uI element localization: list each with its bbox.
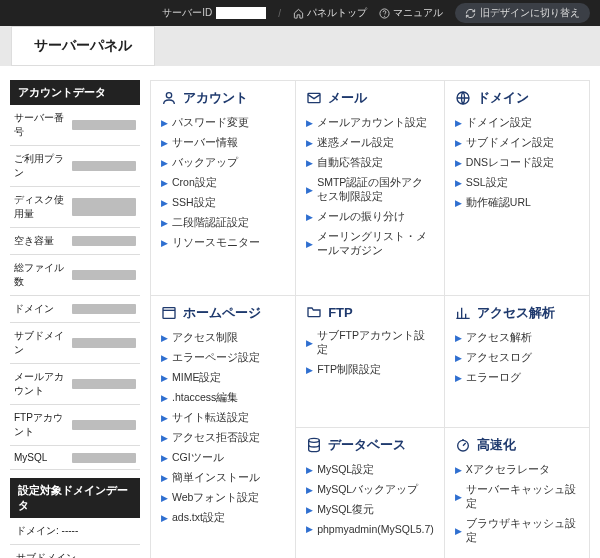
panel-link[interactable]: ▶.htaccess編集 (161, 388, 285, 408)
panel-title: アクセス解析 (477, 304, 555, 322)
panel-link[interactable]: ▶SSH設定 (161, 193, 285, 213)
panel-link[interactable]: ▶FTP制限設定 (306, 360, 434, 380)
panel-link[interactable]: ▶アクセス解析 (455, 328, 579, 348)
chevron-right-icon: ▶ (306, 505, 313, 515)
panel-link[interactable]: ▶ブラウザキャッシュ設定 (455, 514, 579, 548)
chevron-right-icon: ▶ (455, 138, 462, 148)
panel-link[interactable]: ▶アクセス制限 (161, 328, 285, 348)
chevron-right-icon: ▶ (161, 238, 168, 248)
panel-link[interactable]: ▶ads.txt設定 (161, 508, 285, 528)
chevron-right-icon: ▶ (161, 413, 168, 423)
chevron-right-icon: ▶ (306, 118, 313, 128)
main-panels: アカウント ▶パスワード変更▶サーバー情報▶バックアップ▶Cron設定▶SSH設… (150, 80, 590, 558)
table-row: サブドメイン (10, 323, 140, 364)
panel-list: ▶ドメイン設定▶サブドメイン設定▶DNSレコード設定▶SSL設定▶動作確認URL (455, 113, 579, 213)
manual-link[interactable]: マニュアル (379, 6, 443, 20)
panel-link[interactable]: ▶メーリングリスト・メールマガジン (306, 227, 434, 261)
panel-link[interactable]: ▶サーバー情報 (161, 133, 285, 153)
panel-link[interactable]: ▶迷惑メール設定 (306, 133, 434, 153)
server-id: サーバーID (162, 6, 266, 20)
row-label: ご利用プラン (10, 146, 68, 187)
speed-icon (455, 437, 471, 453)
panel-link[interactable]: ▶ドメイン設定 (455, 113, 579, 133)
panel-list: ▶メールアカウント設定▶迷惑メール設定▶自動応答設定▶SMTP認証の国外アクセス… (306, 113, 434, 261)
panel-link-label: ブラウザキャッシュ設定 (466, 517, 579, 545)
chevron-right-icon: ▶ (455, 465, 462, 475)
topbar: サーバーID / パネルトップ マニュアル 旧デザインに切り替え (0, 0, 600, 26)
panel-link[interactable]: ▶メールアカウント設定 (306, 113, 434, 133)
chevron-right-icon: ▶ (161, 513, 168, 523)
table-row: MySQL (10, 446, 140, 470)
masked-value (72, 270, 136, 280)
row-label: サーバー番号 (10, 105, 68, 146)
panel-link[interactable]: ▶phpmyadmin(MySQL5.7) (306, 520, 434, 538)
panel-link[interactable]: ▶自動応答設定 (306, 153, 434, 173)
table-row: 総ファイル数 (10, 255, 140, 296)
panel-link-label: エラーページ設定 (172, 351, 260, 365)
panel-link-label: 動作確認URL (466, 196, 531, 210)
chevron-right-icon: ▶ (455, 198, 462, 208)
panel-link[interactable]: ▶Cron設定 (161, 173, 285, 193)
panel-link-label: FTP制限設定 (317, 363, 381, 377)
row-label: 空き容量 (10, 228, 68, 255)
masked-value (72, 304, 136, 314)
database-icon (306, 437, 322, 453)
panel-link[interactable]: ▶サーバーキャッシュ設定 (455, 480, 579, 514)
chevron-right-icon: ▶ (455, 373, 462, 383)
panel-link[interactable]: ▶アクセスログ (455, 348, 579, 368)
panel-link[interactable]: ▶Xアクセラレータ (455, 460, 579, 480)
panel-link[interactable]: ▶MIME設定 (161, 368, 285, 388)
panel-link-label: SMTP認証の国外アクセス制限設定 (317, 176, 434, 204)
masked-value (72, 120, 136, 130)
panel-link[interactable]: ▶エラーログ (455, 368, 579, 388)
panel-link[interactable]: ▶MySQLバックアップ (306, 480, 434, 500)
panel-link[interactable]: ▶サブFTPアカウント設定 (306, 326, 434, 360)
masked-value (72, 453, 136, 463)
sidebar-heading-account: アカウントデータ (10, 80, 140, 105)
panel-link[interactable]: ▶サイト転送設定 (161, 408, 285, 428)
panel-link[interactable]: ▶MySQL復元 (306, 500, 434, 520)
panel-list: ▶アクセス制限▶エラーページ設定▶MIME設定▶.htaccess編集▶サイト転… (161, 328, 285, 528)
chevron-right-icon: ▶ (161, 493, 168, 503)
chevron-right-icon: ▶ (455, 118, 462, 128)
masked-value (72, 379, 136, 389)
panel-link[interactable]: ▶アクセス拒否設定 (161, 428, 285, 448)
panel-link-label: MySQL復元 (317, 503, 374, 517)
panel-link[interactable]: ▶SMTP認証の国外アクセス制限設定 (306, 173, 434, 207)
panel-link-label: MySQL設定 (317, 463, 374, 477)
panel-link[interactable]: ▶簡単インストール (161, 468, 285, 488)
panel-link[interactable]: ▶サブドメイン設定 (455, 133, 579, 153)
panel-top-link[interactable]: パネルトップ (293, 6, 367, 20)
panel-link[interactable]: ▶バックアップ (161, 153, 285, 173)
panel-link-label: DNSレコード設定 (466, 156, 554, 170)
panel-link-label: .htaccess編集 (172, 391, 238, 405)
chevron-right-icon: ▶ (161, 118, 168, 128)
chevron-right-icon: ▶ (161, 433, 168, 443)
chevron-right-icon: ▶ (306, 158, 313, 168)
chart-icon (455, 305, 471, 321)
chevron-right-icon: ▶ (306, 239, 313, 249)
panel-link[interactable]: ▶MySQL設定 (306, 460, 434, 480)
panel-link[interactable]: ▶CGIツール (161, 448, 285, 468)
panel-link[interactable]: ▶パスワード変更 (161, 113, 285, 133)
chevron-right-icon: ▶ (161, 353, 168, 363)
panel-link[interactable]: ▶メールの振り分け (306, 207, 434, 227)
panel-link[interactable]: ▶DNSレコード設定 (455, 153, 579, 173)
panel-link-label: メーリングリスト・メールマガジン (317, 230, 434, 258)
panel-link[interactable]: ▶エラーページ設定 (161, 348, 285, 368)
sidebar-heading-target-data: 設定対象ドメインデータ (10, 478, 140, 518)
switch-design-button[interactable]: 旧デザインに切り替え (455, 3, 590, 23)
chevron-right-icon: ▶ (306, 465, 313, 475)
chevron-right-icon: ▶ (306, 365, 313, 375)
table-row: メールアカウント (10, 364, 140, 405)
panel-link-label: リソースモニター (172, 236, 260, 250)
mail-icon (306, 90, 322, 106)
panel-link[interactable]: ▶リソースモニター (161, 233, 285, 253)
panel-link[interactable]: ▶動作確認URL (455, 193, 579, 213)
panel-link-label: アクセス制限 (172, 331, 238, 345)
panel-link[interactable]: ▶Webフォント設定 (161, 488, 285, 508)
svg-rect-5 (163, 308, 175, 319)
panel-link[interactable]: ▶SSL設定 (455, 173, 579, 193)
chevron-right-icon: ▶ (306, 185, 313, 195)
panel-link[interactable]: ▶二段階認証設定 (161, 213, 285, 233)
